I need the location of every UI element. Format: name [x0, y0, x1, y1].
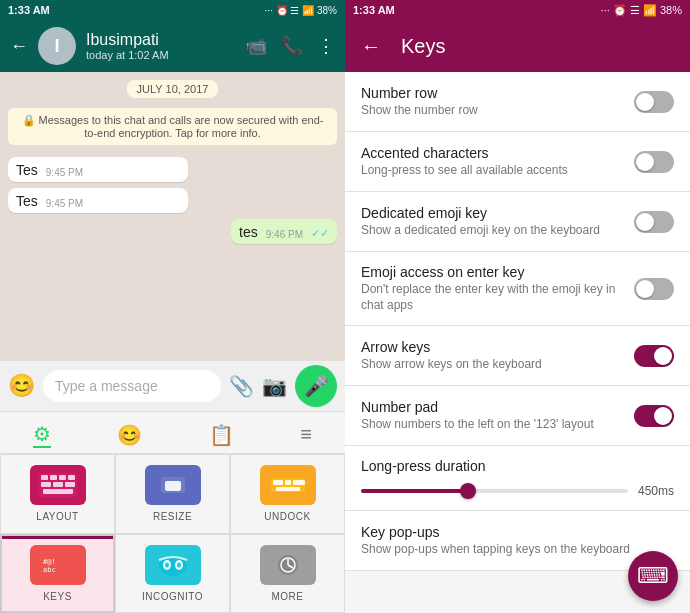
keyboard-option-incognito[interactable]: INCOGNITO — [115, 534, 230, 614]
time-right: 1:33 AM — [353, 4, 395, 16]
contact-status: today at 1:02 AM — [86, 49, 235, 61]
setting-name: Emoji access on enter key — [361, 264, 622, 280]
slider-thumb[interactable] — [460, 483, 476, 499]
setting-name: Accented characters — [361, 145, 622, 161]
msg-time: 9:46 PM — [266, 229, 303, 240]
message-received-1: Tes 9:45 PM — [8, 157, 188, 182]
fab-keyboard-button[interactable]: ⌨ — [628, 551, 678, 601]
setting-accented-chars[interactable]: Accented characters Long-press to see al… — [345, 132, 690, 192]
more-icon — [268, 552, 308, 578]
keyboard-emoji-tab-icon[interactable]: 😊 — [117, 423, 142, 447]
back-button[interactable]: ← — [10, 36, 28, 57]
slider-fill — [361, 489, 468, 493]
keyboard-option-layout[interactable]: LAYOUT — [0, 454, 115, 534]
incognito-icon — [153, 552, 193, 578]
svg-rect-3 — [59, 475, 66, 480]
setting-desc: Long-press to see all available accents — [361, 163, 622, 179]
toggle-emoji-enter[interactable] — [634, 278, 674, 300]
keyboard-settings-icon[interactable]: ⚙ — [33, 422, 51, 448]
svg-rect-2 — [50, 475, 57, 480]
status-bar-left: 1:33 AM ··· ⏰ ☰ 📶 38% — [0, 0, 345, 20]
keyboard-option-resize[interactable]: RESIZE — [115, 454, 230, 534]
slider-section: Long-press duration 450ms — [345, 446, 690, 511]
status-icons-right: ··· ⏰ ☰ 📶 38% — [601, 4, 682, 17]
keys-icon: #@! abc — [38, 552, 78, 578]
resize-label: RESIZE — [153, 511, 192, 522]
slider-track[interactable] — [361, 489, 628, 493]
keyboard-toolbar: ⚙ 😊 📋 ≡ — [0, 411, 345, 453]
msg-text: Tes — [16, 162, 38, 178]
message-received-2: Tes 9:45 PM — [8, 188, 188, 213]
setting-text: Dedicated emoji key Show a dedicated emo… — [361, 205, 622, 239]
setting-name: Number row — [361, 85, 622, 101]
setting-emoji-enter[interactable]: Emoji access on enter key Don't replace … — [345, 252, 690, 326]
toggle-number-row[interactable] — [634, 91, 674, 113]
keyboard-option-keys[interactable]: #@! abc KEYS — [0, 534, 115, 614]
avatar: I — [38, 27, 76, 65]
keys-back-button[interactable]: ← — [361, 35, 381, 58]
toggle-dedicated-emoji[interactable] — [634, 211, 674, 233]
emoji-button[interactable]: 😊 — [8, 373, 35, 399]
video-call-icon[interactable]: 📹 — [245, 35, 267, 57]
more-label: MORE — [272, 591, 304, 602]
undock-label: UNDOCK — [264, 511, 310, 522]
keyboard-clipboard-icon[interactable]: 📋 — [209, 423, 234, 447]
incognito-label: INCOGNITO — [142, 591, 203, 602]
setting-text: Number row Show the number row — [361, 85, 622, 119]
setting-text: Emoji access on enter key Don't replace … — [361, 264, 622, 313]
slider-value: 450ms — [638, 484, 674, 498]
setting-name: Key pop-ups — [361, 524, 662, 540]
setting-desc: Show numbers to the left on the '123' la… — [361, 417, 622, 433]
status-bar-right: 1:33 AM ··· ⏰ ☰ 📶 38% — [345, 0, 690, 20]
left-panel: 1:33 AM ··· ⏰ ☰ 📶 38% ← I Ibusimpati tod… — [0, 0, 345, 613]
setting-name: Number pad — [361, 399, 622, 415]
right-panel: 1:33 AM ··· ⏰ ☰ 📶 38% ← Keys Number row … — [345, 0, 690, 613]
header-actions: 📹 📞 ⋮ — [245, 35, 335, 57]
setting-arrow-keys[interactable]: Arrow keys Show arrow keys on the keyboa… — [345, 326, 690, 386]
keyboard-option-undock[interactable]: UNDOCK — [230, 454, 345, 534]
svg-rect-10 — [165, 481, 181, 491]
keys-header: ← Keys — [345, 20, 690, 72]
camera-button[interactable]: 📷 — [262, 374, 287, 398]
mic-button[interactable]: 🎤 — [295, 365, 337, 407]
msg-time: 9:45 PM — [46, 167, 83, 178]
svg-rect-14 — [293, 480, 305, 485]
svg-text:abc: abc — [43, 566, 56, 574]
msg-time: 9:45 PM — [46, 198, 83, 209]
svg-rect-6 — [53, 482, 63, 487]
svg-rect-4 — [68, 475, 75, 480]
toggle-arrow-keys[interactable] — [634, 345, 674, 367]
setting-desc: Show a dedicated emoji key on the keyboa… — [361, 223, 622, 239]
toggle-number-pad[interactable] — [634, 405, 674, 427]
phone-call-icon[interactable]: 📞 — [281, 35, 303, 57]
more-options-icon[interactable]: ⋮ — [317, 35, 335, 57]
svg-point-22 — [165, 562, 169, 567]
svg-point-23 — [177, 562, 181, 567]
svg-rect-5 — [41, 482, 51, 487]
toggle-accented-chars[interactable] — [634, 151, 674, 173]
date-badge: JULY 10, 2017 — [127, 80, 219, 98]
setting-text: Number pad Show numbers to the left on t… — [361, 399, 622, 433]
contact-name: Ibusimpati — [86, 31, 235, 49]
keys-label: KEYS — [43, 591, 72, 602]
encryption-notice[interactable]: 🔒 Messages to this chat and calls are no… — [8, 108, 337, 145]
msg-text: Tes — [16, 193, 38, 209]
setting-dedicated-emoji[interactable]: Dedicated emoji key Show a dedicated emo… — [345, 192, 690, 252]
message-sent-1: tes 9:46 PM ✓✓ — [231, 219, 337, 244]
svg-rect-13 — [285, 480, 291, 485]
attach-button[interactable]: 📎 — [229, 374, 254, 398]
setting-number-row[interactable]: Number row Show the number row — [345, 72, 690, 132]
setting-text: Key pop-ups Show pop-ups when tapping ke… — [361, 524, 662, 558]
message-input[interactable]: Type a message — [43, 370, 221, 402]
keyboard-option-more[interactable]: MORE — [230, 534, 345, 614]
svg-rect-8 — [43, 489, 73, 494]
resize-icon — [153, 472, 193, 498]
setting-number-pad[interactable]: Number pad Show numbers to the left on t… — [345, 386, 690, 446]
chat-header: ← I Ibusimpati today at 1:02 AM 📹 📞 ⋮ — [0, 20, 345, 72]
keys-title: Keys — [401, 35, 445, 58]
keyboard-options-grid: LAYOUT RESIZE U — [0, 453, 345, 613]
slider-label: Long-press duration — [361, 458, 674, 474]
layout-icon — [38, 472, 78, 498]
setting-name: Arrow keys — [361, 339, 622, 355]
keyboard-menu-icon[interactable]: ≡ — [300, 423, 312, 446]
